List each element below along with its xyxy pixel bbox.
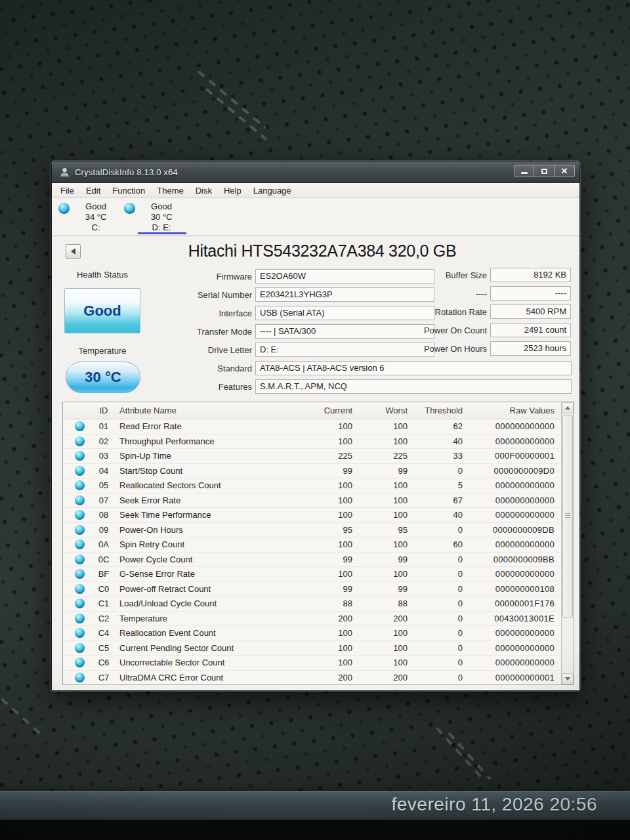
menu-item[interactable]: Function [106,184,151,197]
attribute-raw-value: 000000000108 [463,584,555,594]
field-value: 8192 KB [490,268,571,282]
attribute-current: 100 [296,569,352,579]
attribute-name: Load/Unload Cycle Count [118,598,296,608]
attribute-threshold: 67 [408,495,463,505]
menu-bar: FileEditFunctionThemeDiskHelpLanguage [52,183,579,198]
drive-model-title: Hitachi HTS543232A7A384 320,0 GB [91,242,553,261]
attribute-status-cell [63,480,89,490]
attribute-raw-value: 000000000000 [463,628,555,638]
attribute-name: UltraDMA CRC Error Count [118,673,296,682]
menu-item[interactable]: Disk [190,184,218,197]
smart-attribute-row[interactable]: 02 Throughput Performance 100 100 40 000… [63,434,561,450]
disk-tab-label: Good 34 °C C: [70,201,122,236]
maximize-button[interactable] [534,165,555,177]
attribute-current: 99 [296,584,352,594]
column-header-worst[interactable]: Worst [352,406,408,415]
attribute-id: C1 [89,598,118,608]
column-header-threshold[interactable]: Threshold [408,406,463,415]
smart-attribute-row[interactable]: 07 Seek Error Rate 100 100 67 0000000000… [63,494,561,509]
attribute-status-orb-icon [75,466,85,476]
attribute-worst: 100 [352,510,408,520]
crystaldiskinfo-window: CrystalDiskInfo 8.13.0 x64 ✕ FileEditFun… [51,161,580,691]
table-scrollbar[interactable] [561,402,574,684]
title-bar[interactable]: CrystalDiskInfo 8.13.0 x64 ✕ [52,161,579,183]
minimize-icon [521,172,528,174]
attribute-raw-value: 000000000000 [463,539,555,549]
attribute-threshold: 5 [408,480,463,490]
attribute-status-cell [63,555,89,564]
attribute-worst: 100 [352,421,408,431]
attribute-status-orb-icon [75,584,85,594]
smart-attribute-row[interactable]: 0C Power Cycle Count 99 99 0 0000000009B… [63,553,561,568]
attribute-status-orb-icon [75,673,85,682]
menu-item[interactable]: Theme [151,184,189,197]
taskbar[interactable]: fevereiro 11, 2026 20:56 [0,791,630,820]
attribute-status-cell [63,643,89,653]
smart-attribute-row[interactable]: C4 Reallocation Event Count 100 100 0 00… [63,626,561,641]
attribute-status-cell [63,539,89,549]
column-header-attribute[interactable]: Attribute Name [118,406,296,415]
attribute-raw-value: 000000000000 [463,510,555,520]
smart-attribute-row[interactable]: BF G-Sense Error Rate 100 100 0 00000000… [63,567,561,582]
attribute-id: C0 [89,584,118,594]
attribute-id: 02 [89,436,118,446]
smart-attribute-row[interactable]: C5 Current Pending Sector Count 100 100 … [63,641,561,656]
menu-item[interactable]: Edit [80,184,106,197]
arrow-left-icon [71,248,75,255]
smart-attribute-row[interactable]: 08 Seek Time Performance 100 100 40 0000… [63,508,561,523]
disk-tab[interactable]: Good 34 °C C: [56,198,122,236]
attribute-current: 100 [296,628,352,638]
menu-item[interactable]: File [54,184,80,197]
smart-attribute-row[interactable]: C1 Load/Unload Cycle Count 88 88 0 00000… [63,597,561,612]
attribute-name: Start/Stop Count [118,466,296,476]
smart-attribute-row[interactable]: C0 Power-off Retract Count 99 99 0 00000… [63,582,561,597]
scrollbar-down-button[interactable] [562,673,574,684]
field-label: Buffer Size [404,270,490,280]
menu-item[interactable]: Help [218,184,247,197]
attribute-status-orb-icon [75,525,85,535]
scrollbar-thumb[interactable] [562,415,573,618]
smart-attribute-row[interactable]: 05 Reallocated Sectors Count 100 100 5 0… [63,478,561,494]
column-header-current[interactable]: Current [296,406,352,415]
attribute-raw-value: 000000000000 [463,495,555,505]
attribute-id: C6 [89,658,118,667]
smart-attribute-row[interactable]: C7 UltraDMA CRC Error Count 200 200 0 00… [63,671,561,685]
attribute-current: 100 [296,480,352,490]
attribute-status-orb-icon [75,643,85,653]
attribute-current: 100 [296,495,352,505]
window-controls: ✕ [514,165,575,177]
attribute-threshold: 33 [408,451,463,461]
smart-attribute-row[interactable]: C6 Uncorrectable Sector Count 100 100 0 … [63,656,561,671]
scrollbar-track[interactable] [562,413,574,673]
attribute-raw-value: 0000000009BB [463,555,555,564]
attribute-status-orb-icon [75,569,85,579]
attribute-id: 04 [89,466,118,476]
smart-attribute-row[interactable]: 03 Spin-Up Time 225 225 33 000F00000001 [63,449,561,464]
attribute-threshold: 0 [408,555,463,564]
attribute-status-orb-icon [75,628,85,638]
scrollbar-up-button[interactable] [562,402,574,413]
attribute-name: Throughput Performance [118,436,296,446]
window-title: CrystalDiskInfo 8.13.0 x64 [75,167,178,177]
smart-attribute-row[interactable]: 04 Start/Stop Count 99 99 0 0000000009D0 [63,464,561,479]
column-header-id[interactable]: ID [89,406,118,415]
disk-health-orb-icon [58,203,70,214]
field-value: 5400 RPM [490,304,571,319]
smart-attribute-row[interactable]: C2 Temperature 200 200 0 00430013001E [63,612,561,627]
minimize-button[interactable] [514,165,534,177]
attribute-current: 225 [296,451,352,461]
field-label: Power On Hours [404,344,490,354]
smart-attribute-row[interactable]: 01 Read Error Rate 100 100 62 0000000000… [63,419,561,434]
smart-attribute-row[interactable]: 0A Spin Retry Count 100 100 60 000000000… [63,537,561,553]
drive-field-row: Power On Hours 2523 hours [404,339,574,358]
column-header-raw[interactable]: Raw Values [463,406,555,415]
smart-attribute-row[interactable]: 09 Power-On Hours 95 95 0 0000000009DB [63,523,561,538]
disk-tab[interactable]: Good 30 °C D: E: [122,198,188,236]
close-button[interactable]: ✕ [555,165,575,177]
previous-disk-button[interactable] [66,244,81,259]
field-value: 2523 hours [490,341,571,356]
attribute-id: 0C [89,555,118,564]
attribute-id: 03 [89,451,118,461]
field-label: Power On Count [404,326,490,335]
menu-item[interactable]: Language [247,184,297,197]
